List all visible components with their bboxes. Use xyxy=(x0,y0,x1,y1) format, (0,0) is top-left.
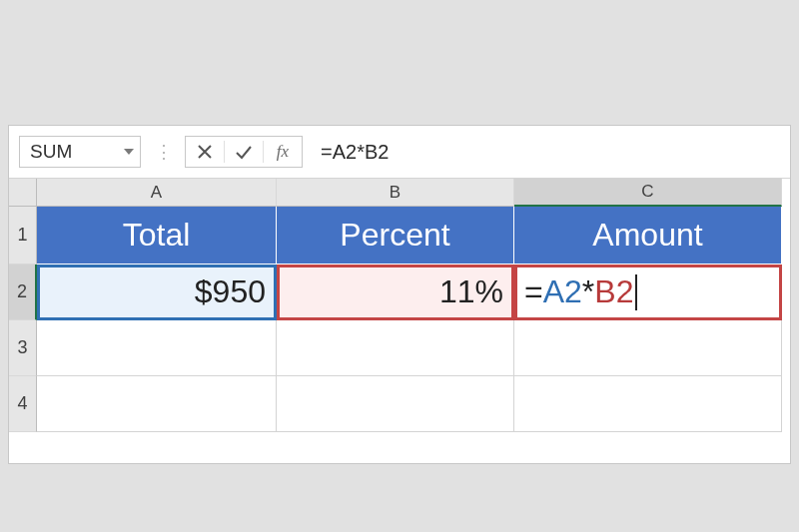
header-cell-C1[interactable]: Amount xyxy=(514,207,782,265)
name-box[interactable]: SUM xyxy=(19,136,141,168)
enter-button[interactable] xyxy=(225,137,263,167)
cell-A3[interactable] xyxy=(37,320,277,376)
cell-A4[interactable] xyxy=(37,376,277,432)
cancel-button[interactable] xyxy=(186,137,224,167)
text-caret xyxy=(635,274,637,310)
row-header-4[interactable]: 4 xyxy=(9,376,37,432)
cell-B3[interactable] xyxy=(277,320,514,376)
column-header-C[interactable]: C xyxy=(514,179,782,207)
chevron-down-icon[interactable] xyxy=(124,149,134,155)
cell-B2[interactable]: 11% xyxy=(277,265,514,320)
cell-C4[interactable] xyxy=(514,376,782,432)
column-header-B[interactable]: B xyxy=(277,179,514,207)
formula-part-op: * xyxy=(582,273,594,310)
row-header-2[interactable]: 2 xyxy=(9,265,37,320)
close-icon xyxy=(197,144,213,160)
cell-A2[interactable]: $950 xyxy=(37,265,277,320)
formula-bar-vertical-dots: ⋮ xyxy=(155,141,171,163)
formula-bar: SUM ⋮ fx xyxy=(9,126,790,179)
formula-part-eq: = xyxy=(524,273,543,310)
formula-part-ref2: B2 xyxy=(594,273,633,310)
check-icon xyxy=(235,144,253,160)
fx-icon: fx xyxy=(277,142,289,162)
header-cell-B1[interactable]: Percent xyxy=(277,207,514,265)
formula-part-ref1: A2 xyxy=(543,273,582,310)
cell-B4[interactable] xyxy=(277,376,514,432)
row-header-3[interactable]: 3 xyxy=(9,320,37,376)
spreadsheet-grid: A B C 1 Total Percent Amount 2 $950 11% … xyxy=(9,179,790,432)
cell-C3[interactable] xyxy=(514,320,782,376)
name-box-value: SUM xyxy=(30,141,72,163)
cell-C2[interactable]: =A2*B2 xyxy=(514,265,782,320)
formula-buttons: fx xyxy=(185,136,303,168)
formula-input[interactable]: =A2*B2 xyxy=(317,141,780,164)
column-header-A[interactable]: A xyxy=(37,179,277,207)
select-all-corner[interactable] xyxy=(9,179,37,207)
spreadsheet-app: SUM ⋮ fx xyxy=(8,125,791,464)
insert-function-button[interactable]: fx xyxy=(264,137,302,167)
row-header-1[interactable]: 1 xyxy=(9,207,37,265)
header-cell-A1[interactable]: Total xyxy=(37,207,277,265)
